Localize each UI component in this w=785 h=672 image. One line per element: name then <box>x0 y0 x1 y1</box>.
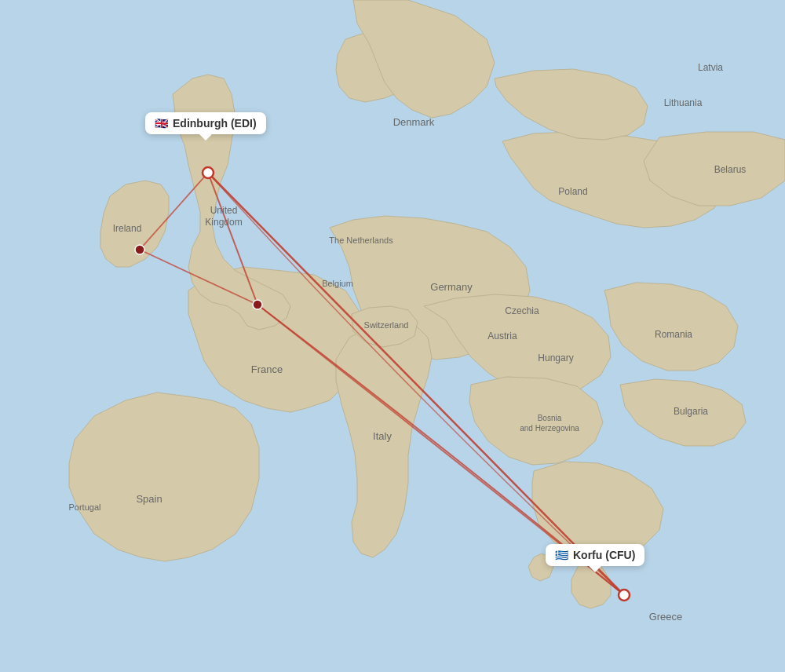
ireland-label: Ireland <box>113 223 142 234</box>
svg-point-3 <box>135 245 144 254</box>
svg-point-1 <box>203 167 214 178</box>
france-label: France <box>251 363 283 375</box>
uk-label2: Kingdom <box>205 217 242 228</box>
poland-label: Poland <box>558 186 587 197</box>
austria-label: Austria <box>487 331 517 341</box>
svg-point-4 <box>253 300 262 309</box>
uk-label: United <box>210 205 238 216</box>
svg-point-2 <box>619 590 630 601</box>
denmark-label: Denmark <box>393 116 435 128</box>
romania-label: Romania <box>655 329 692 340</box>
bosnia-label2: and Herzegovina <box>520 424 579 433</box>
germany-label: Germany <box>430 281 473 293</box>
map-container: Ireland United Kingdom France Spain Port… <box>0 0 785 672</box>
bosnia-label: Bosnia <box>538 414 562 422</box>
belgium-label: Belgium <box>322 279 353 288</box>
portugal-label: Portugal <box>69 502 101 512</box>
czechia-label: Czechia <box>505 305 539 316</box>
spain-label: Spain <box>136 493 162 505</box>
switzerland-label: Switzerland <box>364 320 409 330</box>
italy-label: Italy <box>373 430 392 442</box>
bulgaria-label: Bulgaria <box>674 406 708 417</box>
hungary-label: Hungary <box>538 352 573 363</box>
netherlands-label: The Netherlands <box>329 236 393 245</box>
belarus-label: Belarus <box>714 164 747 175</box>
latvia-label: Latvia <box>698 62 723 73</box>
map-svg: Ireland United Kingdom France Spain Port… <box>0 0 785 672</box>
lithuania-label: Lithuania <box>664 97 703 108</box>
greece-label: Greece <box>649 611 683 623</box>
